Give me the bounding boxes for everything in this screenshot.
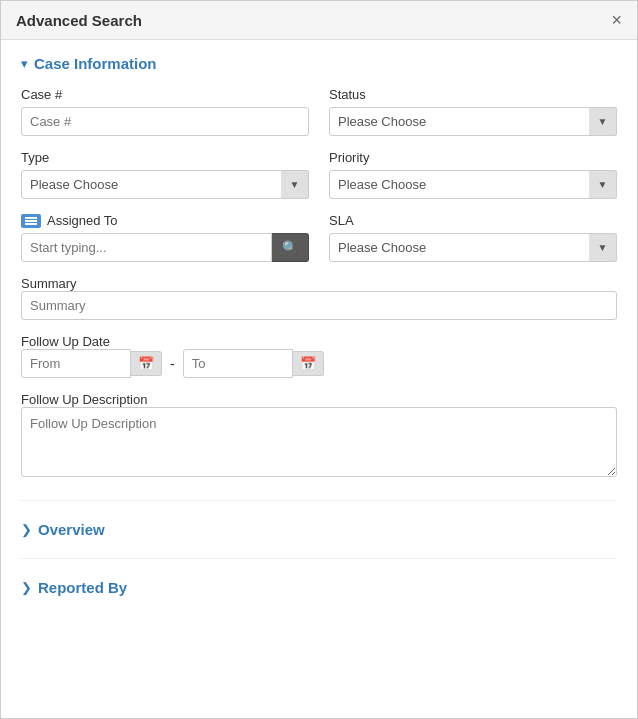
assigned-to-search-button[interactable]: 🔍 (272, 233, 309, 262)
type-priority-row: Type Please Choose ▼ Priority Please Cho… (21, 150, 617, 199)
case-number-group: Case # (21, 87, 309, 136)
divider-2 (21, 558, 617, 559)
reported-by-title: Reported By (38, 579, 127, 596)
case-status-row: Case # Status Please Choose ▼ (21, 87, 617, 136)
case-information-content: Case # Status Please Choose ▼ Type (21, 87, 617, 480)
to-date-input[interactable] (183, 349, 293, 378)
assigned-to-search-wrapper: 🔍 (21, 233, 309, 262)
search-icon: 🔍 (282, 240, 298, 255)
sla-label: SLA (329, 213, 617, 228)
assigned-to-label-row: Assigned To (21, 213, 309, 228)
overview-section-header[interactable]: ❯ Overview (21, 516, 617, 543)
to-calendar-icon: 📅 (300, 356, 316, 371)
from-date-input[interactable] (21, 349, 131, 378)
status-select-wrapper: Please Choose ▼ (329, 107, 617, 136)
case-information-section-header[interactable]: ▾ Case Information (21, 55, 617, 72)
advanced-search-dialog: Advanced Search × ▾ Case Information Cas… (0, 0, 638, 719)
reported-by-chevron-icon: ❯ (21, 580, 32, 595)
summary-label: Summary (21, 276, 77, 291)
type-label: Type (21, 150, 309, 165)
priority-select[interactable]: Please Choose (329, 170, 617, 199)
dialog-title: Advanced Search (16, 12, 142, 29)
from-calendar-button[interactable]: 📅 (131, 351, 162, 376)
priority-label: Priority (329, 150, 617, 165)
assigned-sla-row: Assigned To 🔍 SLA Please Choose (21, 213, 617, 262)
sla-group: SLA Please Choose ▼ (329, 213, 617, 262)
sla-select[interactable]: Please Choose (329, 233, 617, 262)
dialog-body: ▾ Case Information Case # Status Please … (1, 40, 637, 718)
status-select[interactable]: Please Choose (329, 107, 617, 136)
status-group: Status Please Choose ▼ (329, 87, 617, 136)
case-number-input[interactable] (21, 107, 309, 136)
follow-up-date-section: Follow Up Date 📅 - 📅 (21, 334, 617, 378)
date-row: 📅 - 📅 (21, 349, 617, 378)
summary-input[interactable] (21, 291, 617, 320)
follow-up-description-section: Follow Up Description (21, 392, 617, 480)
to-date-wrapper: 📅 (183, 349, 324, 378)
assigned-to-input[interactable] (21, 233, 272, 262)
assigned-to-icon (21, 214, 41, 228)
dialog-header: Advanced Search × (1, 1, 637, 40)
from-date-wrapper: 📅 (21, 349, 162, 378)
type-group: Type Please Choose ▼ (21, 150, 309, 199)
overview-title: Overview (38, 521, 105, 538)
close-button[interactable]: × (611, 11, 622, 29)
priority-group: Priority Please Choose ▼ (329, 150, 617, 199)
case-information-title: Case Information (34, 55, 157, 72)
summary-row: Summary (21, 276, 617, 320)
case-number-label: Case # (21, 87, 309, 102)
sla-select-wrapper: Please Choose ▼ (329, 233, 617, 262)
reported-by-section-header[interactable]: ❯ Reported By (21, 574, 617, 601)
follow-up-description-textarea[interactable] (21, 407, 617, 477)
from-calendar-icon: 📅 (138, 356, 154, 371)
type-select[interactable]: Please Choose (21, 170, 309, 199)
type-select-wrapper: Please Choose ▼ (21, 170, 309, 199)
follow-up-date-label: Follow Up Date (21, 334, 110, 349)
follow-up-description-label: Follow Up Description (21, 392, 147, 407)
status-label: Status (329, 87, 617, 102)
to-calendar-button[interactable]: 📅 (293, 351, 324, 376)
divider-1 (21, 500, 617, 501)
assigned-to-group: Assigned To 🔍 (21, 213, 309, 262)
priority-select-wrapper: Please Choose ▼ (329, 170, 617, 199)
date-separator: - (170, 356, 175, 372)
overview-chevron-icon: ❯ (21, 522, 32, 537)
assigned-to-label: Assigned To (47, 213, 118, 228)
case-information-chevron-icon: ▾ (21, 56, 28, 71)
